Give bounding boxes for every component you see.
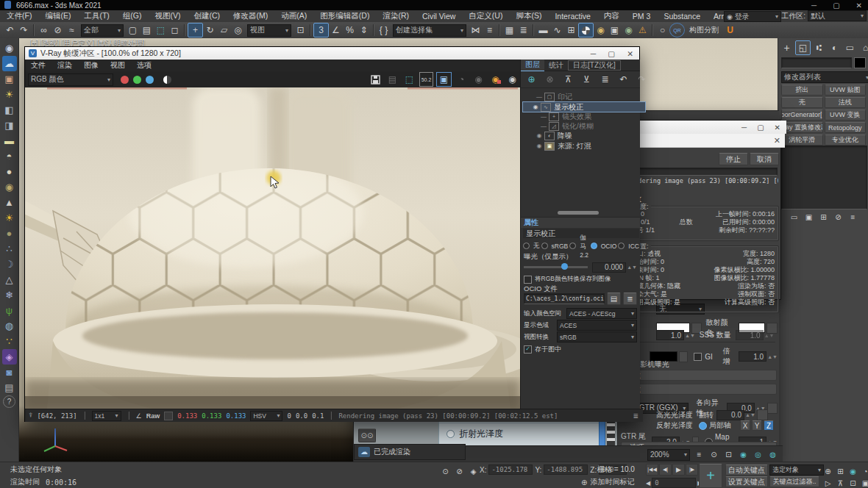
menu-graph-editors[interactable]: 图形编辑器(D) (313, 11, 376, 21)
vfb-menu-options[interactable]: 选项 (131, 60, 157, 71)
tab-create-icon[interactable]: + (780, 41, 794, 54)
channel-dropdown[interactable]: RGB 颜色▾ (28, 73, 113, 86)
fog-multiplier-spinner[interactable]: 1.0▲▼ (656, 330, 695, 340)
menu-create[interactable]: 创建(C) (188, 11, 227, 21)
rect-selection-region-icon[interactable]: ⬚ (154, 24, 168, 37)
make-unique-icon[interactable]: ⊞ (818, 210, 829, 223)
color-picker-icon[interactable]: ∠ (136, 412, 142, 420)
exposure-slider[interactable] (524, 266, 588, 268)
material-editor-icon[interactable] (578, 23, 594, 37)
menu-views[interactable]: 视图(V) (149, 11, 188, 21)
editor-zoom-dropdown[interactable]: 200%▾ (647, 449, 690, 461)
vray-cloud-icon[interactable]: ☁ (2, 56, 17, 71)
u-plugin-icon[interactable]: U (723, 24, 737, 37)
close-button[interactable]: ✕ (856, 1, 862, 10)
purple-tool-icon[interactable]: ◈ (2, 349, 17, 365)
axis-y-button[interactable]: Y (752, 420, 762, 431)
set-key-button[interactable]: 设置关键点 (725, 476, 768, 487)
minimize-button[interactable]: ─ (811, 1, 817, 10)
bind-to-space-warp-icon[interactable]: ≈ (65, 24, 79, 37)
pan-icon[interactable]: ⊡ (847, 476, 858, 488)
color-balls-icon[interactable]: ∵ (2, 334, 17, 349)
tab-modify-icon[interactable]: ◱ (795, 40, 811, 55)
light-bulb-icon[interactable]: ☀ (2, 87, 17, 102)
y-coordinate-field[interactable]: -1488.895 (544, 464, 588, 475)
layer-row-source[interactable]: ◉▣来源: 灯混 (522, 141, 649, 151)
unlink-selection-icon[interactable]: ⊘ (51, 24, 65, 37)
save-to-image-checkbox[interactable] (524, 276, 532, 284)
pan-hand-icon[interactable]: ≡ (694, 448, 705, 462)
ball-icon[interactable]: ● (2, 226, 17, 241)
workspace-dropdown[interactable]: 默认▾ (808, 10, 867, 21)
radio-none[interactable] (523, 243, 530, 249)
menu-animation[interactable]: 动画(A) (274, 11, 313, 21)
modifier-uvw-map-button[interactable]: UVW 贴图 (825, 85, 867, 96)
menu-civil-view[interactable]: Civil View (416, 12, 462, 21)
render-teapot-icon[interactable]: ◉ (505, 73, 519, 86)
sss-amount-spinner[interactable]: 1.0▲▼ (736, 330, 775, 340)
current-frame-field[interactable]: 0 (652, 478, 696, 488)
exposure-spinner[interactable]: 0.000▲▼ (592, 262, 637, 273)
sphere-frame-icon[interactable]: ◙ (2, 365, 17, 380)
subheader-close-icon[interactable]: ✕ (774, 136, 780, 146)
projector-icon[interactable]: ◨ (2, 118, 17, 133)
vfb-close-button[interactable]: ✕ (627, 49, 633, 58)
modifier-list-dropdown[interactable]: 修改器列表▾ (781, 71, 868, 83)
tab-display-icon[interactable]: ▭ (843, 41, 857, 54)
modifier-extrude-button[interactable]: 挤出 (781, 85, 823, 96)
snap-toggle-3d-icon[interactable]: 3 (313, 23, 329, 37)
hsv-dropdown[interactable]: HSV▾ (250, 411, 282, 421)
tab-hierarchy-icon[interactable]: ⑆ (812, 41, 826, 54)
zoom-extents-icon[interactable]: ◉ (738, 448, 749, 462)
modifier-floorgenerator-button[interactable]: FloorGenerator[汉 (781, 110, 823, 121)
menu-scripting[interactable]: 脚本(S) (509, 11, 548, 21)
select-and-link-icon[interactable]: ∞ (37, 24, 51, 37)
modifier-prooptimizer-button[interactable]: 专业优化 (825, 134, 867, 146)
radio-icc[interactable] (618, 243, 625, 249)
vfb-minimize-button[interactable]: ─ (591, 49, 596, 58)
select-and-scale-icon[interactable]: ▱ (217, 24, 231, 37)
layer-list-icon[interactable]: ≣ (598, 73, 612, 86)
layer-row-stamp[interactable]: —▢印记 (522, 92, 649, 101)
render-last-icon[interactable]: ◉ (472, 73, 485, 86)
object-color-swatch[interactable] (854, 57, 866, 68)
time-tag[interactable]: ⊕ 添加时间标记 (581, 477, 634, 487)
maximize-viewport-icon[interactable]: ▣ (860, 476, 868, 488)
scene-explorer-icon[interactable]: ▦ (502, 24, 516, 37)
params-rollup-2[interactable]: 参数 (621, 384, 777, 395)
rain-icon[interactable]: ∴ (2, 241, 17, 256)
render-setup-icon[interactable]: ◉ (594, 24, 608, 37)
mirror-icon[interactable]: ⋈ (469, 24, 483, 37)
green-channel-icon[interactable] (133, 76, 141, 84)
layout-all-icon[interactable]: ◍ (767, 448, 778, 462)
navigator-binoculars-icon[interactable]: ⊙⊙ (358, 428, 376, 442)
pixel-pin-icon[interactable]: ⍒ (29, 412, 32, 420)
rendered-image[interactable] (25, 87, 520, 409)
params-rollup-1[interactable]: 参数 (621, 370, 777, 381)
named-selection-dropdown[interactable]: 创建选择集▾ (393, 24, 466, 37)
arnold-render-icon[interactable]: ○ (655, 24, 669, 37)
save-image-icon[interactable] (369, 73, 383, 86)
tab-motion-icon[interactable]: ◐ (828, 41, 842, 54)
tab-log[interactable]: 日志[TZ汉化] (568, 60, 621, 71)
zoom-selected-icon[interactable]: ◎ (753, 448, 764, 462)
grass-icon[interactable]: ψ (2, 303, 17, 318)
clipboard-icon[interactable]: ▤ (2, 380, 17, 395)
modifier-normal-button[interactable]: 法线 (825, 97, 867, 108)
next-frame-button[interactable]: |▶ (686, 464, 698, 476)
view-transform-dropdown[interactable]: sRGB▾ (557, 331, 637, 342)
reference-coordinate-dropdown[interactable]: 视图▾ (247, 24, 291, 37)
object-name-field[interactable] (781, 57, 852, 68)
select-object-icon[interactable]: ▢ (126, 24, 140, 37)
window-crossing-icon[interactable]: ◻ (168, 24, 182, 37)
key-filters-button[interactable]: 关键点过滤器.. (769, 476, 819, 487)
spinner-snap-icon[interactable]: ⇕ (357, 24, 371, 37)
edit-named-selection-icon[interactable]: { } (377, 24, 391, 37)
set-key-big-button[interactable]: + (699, 464, 722, 488)
viewport-label[interactable]: [+] [透视] [用户定义] [默认明暗处理] (30, 38, 251, 46)
layer-row-denoise[interactable]: ◉◐降噪 (522, 131, 649, 140)
maximize-button[interactable]: ▢ (833, 1, 839, 10)
vfb-menu-file[interactable]: 文件 (25, 60, 51, 71)
help-icon[interactable]: ? (3, 395, 15, 408)
embed-checkbox[interactable]: ✓ (524, 345, 532, 354)
